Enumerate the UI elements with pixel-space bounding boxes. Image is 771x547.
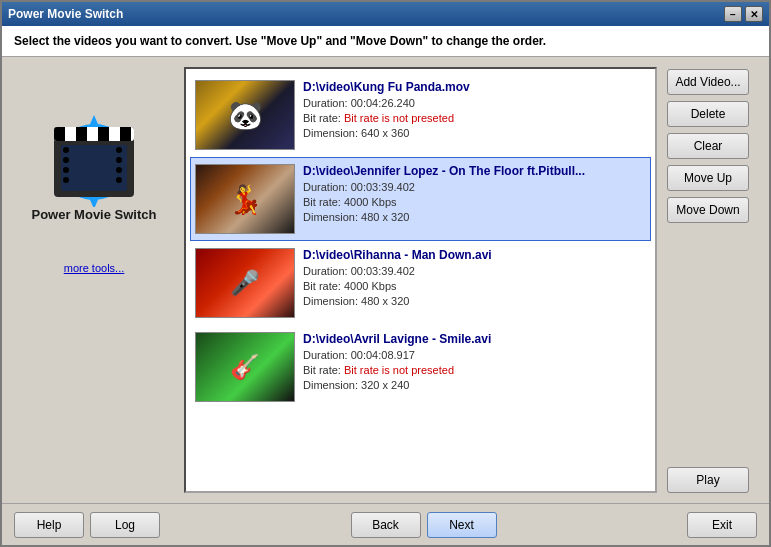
video-info: D:\video\Kung Fu Panda.movDuration: 00:0…	[303, 80, 470, 139]
video-bitrate: Bit rate: Bit rate is not preseted	[303, 364, 491, 376]
add-video-button[interactable]: Add Video...	[667, 69, 749, 95]
video-path: D:\video\Rihanna - Man Down.avi	[303, 248, 492, 262]
clear-button[interactable]: Clear	[667, 133, 749, 159]
video-duration: Duration: 00:04:08.917	[303, 349, 491, 361]
bottom-right-buttons: Exit	[687, 512, 757, 538]
instruction-bar: Select the videos you want to convert. U…	[2, 26, 769, 57]
titlebar: Power Movie Switch − ✕	[2, 2, 769, 26]
video-dimension: Dimension: 480 x 320	[303, 295, 492, 307]
svg-point-19	[116, 177, 122, 183]
video-list[interactable]: D:\video\Kung Fu Panda.movDuration: 00:0…	[184, 67, 657, 493]
bottom-center-buttons: Back Next	[351, 512, 497, 538]
svg-point-17	[116, 157, 122, 163]
video-info: D:\video\Jennifer Lopez - On The Floor f…	[303, 164, 585, 223]
svg-rect-8	[76, 127, 87, 141]
more-tools-link[interactable]: more tools...	[64, 262, 125, 274]
video-duration: Duration: 00:04:26.240	[303, 97, 470, 109]
bottom-left-buttons: Help Log	[14, 512, 160, 538]
bottom-bar: Help Log Back Next Exit	[2, 503, 769, 545]
svg-rect-7	[54, 127, 65, 141]
svg-point-13	[63, 157, 69, 163]
app-name-label: Power Movie Switch	[32, 207, 157, 222]
video-item[interactable]: D:\video\Avril Lavigne - Smile.aviDurati…	[190, 325, 651, 409]
svg-rect-9	[98, 127, 109, 141]
video-path: D:\video\Jennifer Lopez - On The Floor f…	[303, 164, 585, 178]
close-button[interactable]: ✕	[745, 6, 763, 22]
video-duration: Duration: 00:03:39.402	[303, 265, 492, 277]
video-thumbnail	[195, 248, 295, 318]
next-button[interactable]: Next	[427, 512, 497, 538]
video-item[interactable]: D:\video\Rihanna - Man Down.aviDuration:…	[190, 241, 651, 325]
svg-point-12	[63, 147, 69, 153]
video-dimension: Dimension: 320 x 240	[303, 379, 491, 391]
video-path: D:\video\Avril Lavigne - Smile.avi	[303, 332, 491, 346]
svg-point-16	[116, 147, 122, 153]
help-button[interactable]: Help	[14, 512, 84, 538]
back-button[interactable]: Back	[351, 512, 421, 538]
app-logo-area: Power Movie Switch	[29, 87, 159, 222]
video-bitrate: Bit rate: Bit rate is not preseted	[303, 112, 470, 124]
titlebar-controls: − ✕	[724, 6, 763, 22]
exit-button[interactable]: Exit	[687, 512, 757, 538]
move-up-button[interactable]: Move Up	[667, 165, 749, 191]
video-dimension: Dimension: 640 x 360	[303, 127, 470, 139]
minimize-button[interactable]: −	[724, 6, 742, 22]
video-duration: Duration: 00:03:39.402	[303, 181, 585, 193]
video-bitrate: Bit rate: 4000 Kbps	[303, 196, 585, 208]
svg-rect-10	[120, 127, 131, 141]
clapperboard-icon	[29, 87, 159, 207]
video-thumbnail	[195, 164, 295, 234]
main-window: Power Movie Switch − ✕ Select the videos…	[0, 0, 771, 547]
delete-button[interactable]: Delete	[667, 101, 749, 127]
main-content: Power Movie Switch more tools... D:\vide…	[2, 57, 769, 503]
video-item[interactable]: D:\video\Kung Fu Panda.movDuration: 00:0…	[190, 73, 651, 157]
video-thumbnail	[195, 80, 295, 150]
play-button[interactable]: Play	[667, 467, 749, 493]
move-down-button[interactable]: Move Down	[667, 197, 749, 223]
video-dimension: Dimension: 480 x 320	[303, 211, 585, 223]
video-item[interactable]: D:\video\Jennifer Lopez - On The Floor f…	[190, 157, 651, 241]
right-panel: Add Video... Delete Clear Move Up Move D…	[667, 67, 757, 493]
video-path: D:\video\Kung Fu Panda.mov	[303, 80, 470, 94]
app-title: Power Movie Switch	[8, 7, 123, 21]
svg-point-14	[63, 167, 69, 173]
instruction-text: Select the videos you want to convert. U…	[14, 34, 546, 48]
video-info: D:\video\Rihanna - Man Down.aviDuration:…	[303, 248, 492, 307]
svg-point-18	[116, 167, 122, 173]
svg-point-15	[63, 177, 69, 183]
video-info: D:\video\Avril Lavigne - Smile.aviDurati…	[303, 332, 491, 391]
left-panel: Power Movie Switch more tools...	[14, 67, 174, 493]
log-button[interactable]: Log	[90, 512, 160, 538]
video-thumbnail	[195, 332, 295, 402]
video-bitrate: Bit rate: 4000 Kbps	[303, 280, 492, 292]
titlebar-title: Power Movie Switch	[8, 7, 123, 21]
